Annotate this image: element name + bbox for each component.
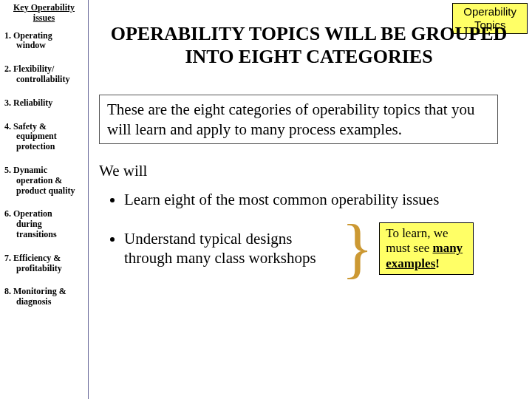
lead-text: We will xyxy=(99,162,519,180)
bullet-2-text: Understand typical designs through many … xyxy=(124,229,331,268)
sidebar-title-l1: Key Operability xyxy=(13,2,75,13)
slide-title: OPERABILITY TOPICS WILL BE GROUPED INTO … xyxy=(99,22,519,68)
first: Flexibility/ xyxy=(13,64,54,74)
first: Efficiency & xyxy=(13,253,61,263)
cont: operation & product quality xyxy=(16,176,83,197)
sidebar-item-4: 4. Safety & equipment protection xyxy=(4,122,83,152)
first: Operating xyxy=(13,30,52,41)
num: 4. xyxy=(4,121,11,132)
num: 3. xyxy=(4,98,11,108)
brace-icon: } xyxy=(341,226,373,270)
sidebar-item-2: 2. Flexibility/ controllability xyxy=(4,64,83,85)
sidebar-item-7: 7. Efficiency & profitability xyxy=(4,253,83,274)
cont: controllability xyxy=(16,75,83,85)
num: 6. xyxy=(4,208,11,219)
bullet-2: Understand typical designs through many … xyxy=(124,222,519,275)
sidebar-title-l2: issues xyxy=(33,13,55,23)
num: 1. xyxy=(4,30,11,41)
cont: diagnosis xyxy=(16,297,83,307)
cont: equipment protection xyxy=(16,132,83,152)
sidebar-item-6: 6. Operation during transitions xyxy=(4,209,83,239)
cont: during transitions xyxy=(16,219,83,240)
main-area: OPERABILITY TOPICS WILL BE GROUPED INTO … xyxy=(89,0,532,399)
num: 2. xyxy=(4,64,11,74)
cont: profitability xyxy=(16,264,83,274)
intro-box: These are the eight categories of operab… xyxy=(99,95,498,144)
sidebar-item-5: 5. Dynamic operation & product quality xyxy=(4,166,83,196)
sidebar-item-1: 1. Operating window xyxy=(4,31,83,52)
first: Operation xyxy=(13,208,52,219)
cont: window xyxy=(16,41,83,51)
sidebar: Key Operability issues 1. Operating wind… xyxy=(0,0,89,399)
sidebar-item-3: 3. Reliability xyxy=(4,98,83,109)
first: Monitoring & xyxy=(13,286,66,296)
num: 7. xyxy=(4,253,11,263)
bullet-list: Learn eight of the most common operabili… xyxy=(99,191,519,275)
first: Dynamic xyxy=(13,165,47,175)
first: Safety & xyxy=(13,121,47,132)
bullet-1: Learn eight of the most common operabili… xyxy=(124,191,519,209)
callout-post: ! xyxy=(435,256,440,270)
num: 5. xyxy=(4,165,11,175)
sidebar-title: Key Operability issues xyxy=(4,3,83,24)
callout-box: To learn, we must see many examples! xyxy=(379,222,474,275)
num: 8. xyxy=(4,286,11,296)
sidebar-item-8: 8. Monitoring & diagnosis xyxy=(4,287,83,307)
first: Reliability xyxy=(13,98,52,108)
